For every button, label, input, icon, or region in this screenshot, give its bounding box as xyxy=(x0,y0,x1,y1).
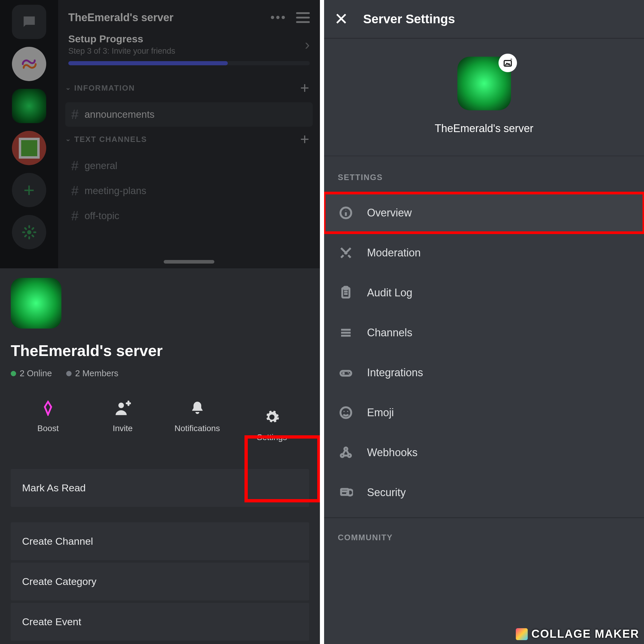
chevron-right-icon: › xyxy=(305,36,310,53)
compass-icon xyxy=(21,224,38,241)
watermark-text: COLLAGE MAKER xyxy=(531,628,639,640)
dm-button[interactable] xyxy=(12,5,46,39)
settings-item-label: Moderation xyxy=(367,247,421,259)
svg-rect-14 xyxy=(340,371,351,376)
invite-button[interactable]: Invite xyxy=(85,399,160,451)
settings-item-channels[interactable]: Channels xyxy=(324,313,644,353)
server-avatar-1[interactable] xyxy=(12,47,46,81)
member-dot-icon xyxy=(66,371,72,376)
setup-title: Setup Progress xyxy=(68,33,175,45)
progress-fill xyxy=(68,61,228,65)
channel-off-topic[interactable]: # off-topic xyxy=(65,204,313,228)
bell-icon xyxy=(190,399,205,417)
channel-label: meeting-plans xyxy=(84,185,146,196)
settings-item-label: Channels xyxy=(367,326,412,339)
settings-item-emoji[interactable]: Emoji xyxy=(324,393,644,433)
channel-list-area: + TheEmerald's server ••• xyxy=(0,0,320,268)
setup-progress-card[interactable]: Setup Progress Step 3 of 3: Invite your … xyxy=(68,33,310,56)
hash-icon: # xyxy=(71,107,78,122)
settings-item-audit-log[interactable]: Audit Log xyxy=(324,273,644,313)
swords-icon xyxy=(338,245,354,261)
settings-item-label: Emoji xyxy=(367,406,394,419)
channel-meeting-plans[interactable]: # meeting-plans xyxy=(65,179,313,203)
lines-icon xyxy=(338,325,354,341)
settings-item-moderation[interactable]: Moderation xyxy=(324,233,644,273)
svg-point-19 xyxy=(349,373,350,374)
close-icon[interactable]: ✕ xyxy=(334,9,348,29)
channel-general[interactable]: # general xyxy=(65,154,313,178)
right-screenshot: ✕ Server Settings + TheEmerald's server … xyxy=(324,0,644,644)
more-icon[interactable]: ••• xyxy=(270,11,287,24)
upload-image-icon[interactable]: + xyxy=(499,54,517,72)
watermark: COLLAGE MAKER xyxy=(516,628,639,640)
square-icon xyxy=(19,138,40,159)
chevron-down-icon: ⌄ xyxy=(65,136,71,143)
settings-title: Server Settings xyxy=(363,12,455,26)
server-icon[interactable] xyxy=(11,278,61,329)
category-information[interactable]: ⌄INFORMATION + xyxy=(58,76,320,102)
chat-bubble-icon xyxy=(21,14,38,30)
member-count: 2 Members xyxy=(66,369,118,378)
progress-bar xyxy=(68,61,310,65)
channel-pane: TheEmerald's server ••• Setup Progress S… xyxy=(58,0,320,268)
section-label-community: COMMUNITY xyxy=(324,523,644,553)
svg-text:+: + xyxy=(510,58,513,61)
controller-icon xyxy=(338,365,354,381)
channel-announcements[interactable]: # announcements xyxy=(65,102,313,127)
sheet-drag-handle[interactable] xyxy=(164,260,214,264)
server-avatar-emerald[interactable] xyxy=(12,89,46,123)
channel-label: general xyxy=(84,160,117,171)
webhook-icon xyxy=(338,445,354,461)
watermark-icon xyxy=(516,628,528,640)
divider xyxy=(324,517,644,518)
action-label: Notifications xyxy=(174,424,220,433)
left-screenshot: + TheEmerald's server ••• xyxy=(0,0,320,644)
category-text-channels[interactable]: ⌄TEXT CHANNELS + xyxy=(58,127,320,154)
settings-item-overview[interactable]: Overview xyxy=(324,193,644,233)
settings-header: ✕ Server Settings xyxy=(324,0,644,39)
settings-item-label: Security xyxy=(367,486,406,499)
channel-label: off-topic xyxy=(84,210,119,222)
settings-item-label: Audit Log xyxy=(367,287,412,299)
settings-item-label: Overview xyxy=(367,207,412,219)
info-icon xyxy=(338,205,354,221)
add-server-button[interactable]: + xyxy=(12,173,46,207)
svg-point-0 xyxy=(27,230,31,234)
hash-icon: # xyxy=(71,183,78,198)
action-label: Invite xyxy=(113,424,133,433)
action-label: Boost xyxy=(37,424,59,433)
create-category-item[interactable]: Create Category xyxy=(11,563,309,600)
channel-label: announcements xyxy=(84,109,154,120)
server-title: TheEmerald's server xyxy=(68,11,174,24)
create-channel-item[interactable]: Create Channel xyxy=(11,522,309,560)
category-label: TEXT CHANNELS xyxy=(74,135,147,144)
notifications-button[interactable]: Notifications xyxy=(160,399,235,451)
invite-icon xyxy=(114,399,131,417)
svg-point-1 xyxy=(118,403,124,408)
hash-icon: # xyxy=(71,158,78,173)
svg-point-18 xyxy=(348,372,349,373)
settings-item-webhooks[interactable]: Webhooks xyxy=(324,433,644,473)
sheet-server-name: TheEmerald's server xyxy=(11,342,309,360)
server-rail: + xyxy=(0,0,58,268)
server-header[interactable]: TheEmerald's server ••• xyxy=(58,5,320,33)
settings-item-security[interactable]: Security xyxy=(324,473,644,513)
server-avatar-2[interactable] xyxy=(12,131,46,165)
explore-button[interactable] xyxy=(12,215,46,249)
gear-icon xyxy=(264,408,280,426)
menu-icon[interactable] xyxy=(296,12,310,23)
infinity-icon xyxy=(18,58,40,70)
chevron-down-icon: ⌄ xyxy=(65,84,71,91)
online-dot-icon xyxy=(11,371,16,376)
settings-list: Overview Moderation Audit Log Channels xyxy=(324,193,644,513)
add-channel-icon[interactable]: + xyxy=(300,79,310,97)
settings-item-label: Webhooks xyxy=(367,446,417,459)
settings-item-integrations[interactable]: Integrations xyxy=(324,353,644,393)
highlight-settings xyxy=(244,435,320,502)
boost-button[interactable]: Boost xyxy=(11,399,85,451)
svg-point-22 xyxy=(347,411,348,412)
server-icon-wrap[interactable]: + xyxy=(457,57,511,110)
add-channel-icon[interactable]: + xyxy=(300,130,310,148)
create-event-item[interactable]: Create Event xyxy=(11,603,309,641)
server-hero: + TheEmerald's server xyxy=(324,39,644,156)
